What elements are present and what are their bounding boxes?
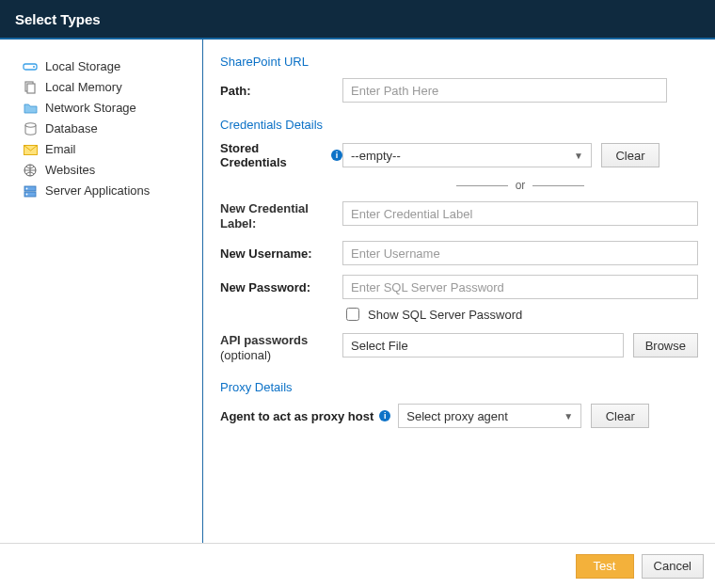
- form-panel: SharePoint URL Path: Credentials Details…: [203, 40, 715, 543]
- show-password-checkbox[interactable]: [346, 308, 359, 321]
- dialog-body: Local Storage Local Memory Network Stora…: [0, 40, 715, 543]
- stored-credentials-select[interactable]: --empty-- ▼: [342, 143, 592, 167]
- sidebar-item-local-memory[interactable]: Local Memory: [23, 77, 189, 98]
- dialog-header: Select Types: [0, 0, 715, 38]
- browse-button[interactable]: Browse: [633, 333, 698, 358]
- new-credential-label-input[interactable]: [342, 201, 698, 226]
- proxy-agent-value: Select proxy agent: [406, 409, 508, 423]
- cancel-button[interactable]: Cancel: [642, 554, 704, 579]
- api-passwords-label: API passwords (optional): [220, 333, 342, 363]
- test-button[interactable]: Test: [576, 554, 634, 579]
- new-password-label: New Password:: [220, 280, 342, 294]
- sidebar-item-label: Database: [45, 120, 98, 137]
- sidebar-item-label: Network Storage: [45, 100, 136, 117]
- folder-icon: [23, 102, 38, 115]
- svg-point-9: [26, 187, 28, 189]
- section-credentials: Credentials Details: [220, 118, 698, 132]
- or-separator: or: [342, 179, 698, 192]
- proxy-agent-label: Agent to act as proxy host i: [220, 409, 390, 423]
- path-label: Path:: [220, 84, 342, 98]
- disk-icon: [23, 60, 38, 73]
- new-username-label: New Username:: [220, 246, 342, 261]
- sidebar-item-label: Websites: [45, 162, 95, 179]
- svg-point-10: [26, 193, 28, 195]
- sidebar-item-local-storage[interactable]: Local Storage: [23, 56, 189, 77]
- dialog-footer: Test Cancel: [0, 543, 715, 588]
- chevron-down-icon: ▼: [574, 151, 583, 161]
- stored-credentials-label: Stored Credentials i: [220, 141, 342, 169]
- path-input[interactable]: [342, 78, 667, 103]
- section-proxy: Proxy Details: [220, 380, 698, 394]
- section-sharepoint-url: SharePoint URL: [220, 55, 698, 69]
- show-password-label: Show SQL Server Password: [368, 308, 522, 322]
- sidebar-item-label: Local Memory: [45, 79, 122, 96]
- new-credential-label-label: New Credential Label:: [220, 201, 342, 231]
- new-password-input[interactable]: [342, 275, 698, 299]
- svg-point-1: [33, 66, 35, 68]
- dialog-title: Select Types: [15, 11, 101, 27]
- clear-proxy-button[interactable]: Clear: [591, 404, 649, 428]
- info-icon[interactable]: i: [379, 410, 390, 421]
- sidebar-item-label: Local Storage: [45, 58, 120, 75]
- sidebar-item-database[interactable]: Database: [23, 119, 189, 139]
- sidebar-item-label: Email: [45, 141, 76, 158]
- info-icon[interactable]: i: [331, 150, 342, 161]
- svg-rect-3: [27, 84, 35, 93]
- svg-point-4: [25, 123, 36, 127]
- envelope-icon: [23, 143, 38, 156]
- type-sidebar: Local Storage Local Memory Network Stora…: [0, 40, 202, 543]
- copy-icon: [23, 81, 38, 94]
- database-icon: [23, 122, 38, 135]
- globe-icon: [23, 164, 38, 177]
- api-file-box: Select File: [342, 333, 624, 358]
- sidebar-item-label: Server Applications: [45, 183, 150, 199]
- sidebar-item-email[interactable]: Email: [23, 139, 189, 160]
- proxy-agent-select[interactable]: Select proxy agent ▼: [398, 404, 581, 428]
- stored-credentials-value: --empty--: [351, 149, 401, 163]
- sidebar-item-websites[interactable]: Websites: [23, 160, 189, 181]
- clear-stored-button[interactable]: Clear: [601, 143, 659, 167]
- chevron-down-icon: ▼: [564, 411, 573, 421]
- sidebar-item-network-storage[interactable]: Network Storage: [23, 98, 189, 119]
- server-icon: [23, 184, 38, 198]
- new-username-input[interactable]: [342, 241, 698, 265]
- sidebar-item-server-applications[interactable]: Server Applications: [23, 181, 189, 201]
